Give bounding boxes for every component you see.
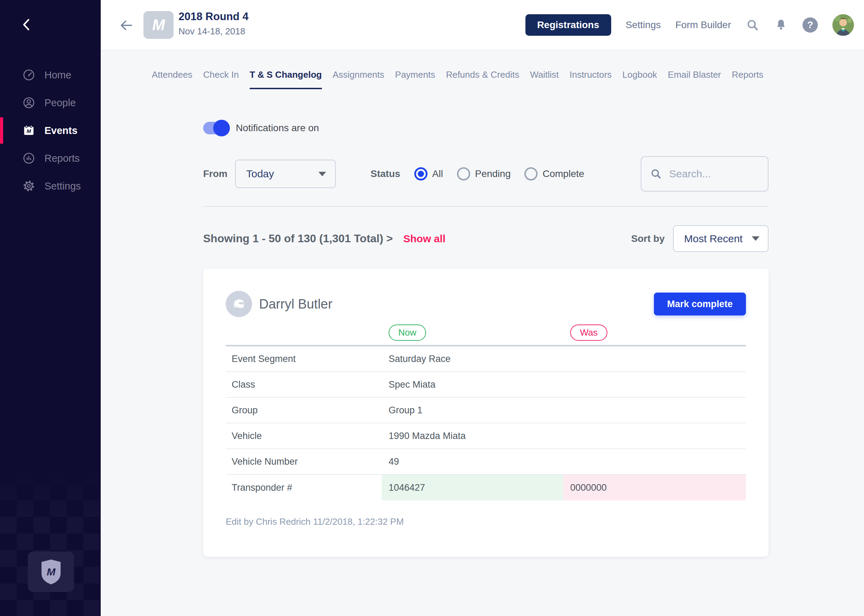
helmet-icon (231, 296, 247, 312)
sidebar-item-label: Events (44, 125, 77, 137)
edit-attribution: Edit by Chris Redrich 11/2/2018, 1:22:32… (203, 500, 768, 527)
sidebar-item-people[interactable]: People (0, 89, 101, 116)
sort-by-label: Sort by (631, 233, 665, 244)
tab-payments[interactable]: Payments (395, 69, 436, 89)
results-count: Showing 1 - 50 of 130 (1,301 Total) > (203, 232, 393, 245)
tab-check-in[interactable]: Check In (203, 69, 239, 89)
tab-logbook[interactable]: Logbook (622, 69, 657, 89)
table-row: Vehicle 1990 Mazda Miata (226, 423, 746, 449)
bell-icon (774, 18, 788, 32)
chevron-down-icon (752, 236, 760, 241)
show-all-link[interactable]: Show all (403, 233, 445, 245)
speedometer-icon (22, 68, 35, 82)
checkerboard-pattern (0, 467, 101, 616)
search-icon (650, 168, 662, 180)
back-button[interactable] (118, 17, 134, 35)
chevron-down-icon (318, 172, 326, 176)
help-button[interactable]: ? (803, 17, 818, 33)
sort-dropdown-value: Most Recent (684, 233, 743, 245)
sidebar-item-settings[interactable]: Settings (0, 172, 101, 200)
avatar-photo-icon (833, 14, 854, 36)
svg-text:M: M (47, 566, 55, 577)
nav-registrations[interactable]: Registrations (526, 14, 611, 36)
row-now-value: Spec Miata (382, 372, 563, 397)
row-was-value (563, 346, 746, 371)
status-radio-all[interactable]: All (414, 167, 443, 181)
event-titles: 2018 Round 4 Nov 14-18, 2018 (178, 10, 249, 37)
badge-row: Now Was (226, 324, 746, 341)
sidebar-item-label: Reports (44, 153, 80, 164)
nav-settings[interactable]: Settings (626, 19, 661, 31)
tab-attendees[interactable]: Attendees (152, 69, 192, 89)
row-label: Event Segment (226, 354, 382, 365)
row-now-value: 49 (382, 449, 563, 474)
sidebar-item-label: People (44, 97, 76, 108)
header: M 2018 Round 4 Nov 14-18, 2018 Registrat… (101, 0, 864, 50)
panel: Notifications are on From Today Status A… (203, 120, 768, 557)
divider (203, 206, 768, 207)
row-now-value: Group 1 (382, 398, 563, 423)
mark-complete-button[interactable]: Mark complete (654, 292, 746, 316)
bar-chart-icon (22, 152, 35, 165)
sidebar-nav: Home People M Events Reports (0, 61, 101, 200)
search-button[interactable] (746, 18, 760, 32)
row-label: Transponder # (226, 482, 382, 493)
page-title: 2018 Round 4 (178, 10, 249, 23)
sidebar-item-reports[interactable]: Reports (0, 145, 101, 172)
table-row: Vehicle Number 49 (226, 449, 746, 475)
row-now-value: 1990 Mazda Miata (382, 423, 563, 448)
row-was-value: 0000000 (563, 475, 746, 500)
filter-row: From Today Status All Pending (203, 157, 768, 191)
notifications-toggle-row: Notifications are on (203, 120, 768, 137)
brand-tile: M (28, 552, 74, 592)
radio-unselected-icon (524, 167, 538, 181)
table-row: Transponder # 1046427 0000000 (226, 475, 746, 500)
tab-waitlist[interactable]: Waitlist (530, 69, 559, 89)
radio-unselected-icon (457, 167, 470, 181)
sort-dropdown[interactable]: Most Recent (673, 225, 768, 252)
sidebar: Home People M Events Reports (0, 0, 101, 616)
nav-form-builder[interactable]: Form Builder (675, 19, 731, 31)
question-mark-icon: ? (807, 19, 813, 31)
notifications-button[interactable] (774, 18, 788, 32)
user-avatar[interactable] (833, 14, 854, 36)
status-radio-complete[interactable]: Complete (524, 167, 584, 181)
sidebar-item-home[interactable]: Home (0, 61, 101, 89)
tab-ts-changelog[interactable]: T & S Changelog (250, 69, 322, 89)
search-icon (746, 18, 760, 32)
tab-reports[interactable]: Reports (732, 69, 763, 89)
notifications-toggle[interactable] (203, 122, 227, 134)
table-row: Event Segment Saturday Race (226, 346, 746, 372)
row-label: Group (226, 405, 382, 416)
tab-bar: Attendees Check In T & S Changelog Assig… (101, 50, 792, 89)
tab-instructors[interactable]: Instructors (570, 69, 612, 89)
status-radio-pending[interactable]: Pending (457, 167, 511, 181)
arrow-left-icon (118, 17, 134, 33)
from-label: From (203, 168, 227, 179)
tab-assignments[interactable]: Assignments (333, 69, 384, 89)
search-input[interactable] (669, 168, 756, 180)
header-right: Registrations Settings Form Builder ? (526, 0, 854, 50)
chevron-left-icon (22, 18, 31, 31)
now-badge: Now (389, 324, 426, 341)
status-radio-group: All Pending Complete (414, 167, 584, 181)
row-was-value (563, 423, 746, 448)
radio-selected-icon (414, 167, 428, 181)
shield-m-icon: M (39, 558, 63, 586)
collapse-sidebar-button[interactable] (22, 18, 31, 33)
status-label: Status (371, 168, 400, 179)
sidebar-item-events[interactable]: M Events (0, 116, 101, 145)
driver-name: Darryl Butler (259, 297, 332, 312)
from-dropdown-value: Today (246, 168, 274, 180)
sidebar-item-label: Home (44, 69, 71, 81)
table-row: Class Spec Miata (226, 372, 746, 398)
row-now-value: Saturday Race (382, 346, 563, 371)
gear-icon (22, 179, 35, 193)
from-dropdown[interactable]: Today (235, 160, 336, 188)
tab-email-blaster[interactable]: Email Blaster (668, 69, 721, 89)
tab-refunds-credits[interactable]: Refunds & Credits (446, 69, 519, 89)
event-logo: M (143, 11, 174, 39)
content: Attendees Check In T & S Changelog Assig… (101, 50, 864, 616)
results-row: Showing 1 - 50 of 130 (1,301 Total) > Sh… (203, 225, 768, 252)
changelog-card: Darryl Butler Mark complete Now Was Even… (203, 269, 768, 557)
